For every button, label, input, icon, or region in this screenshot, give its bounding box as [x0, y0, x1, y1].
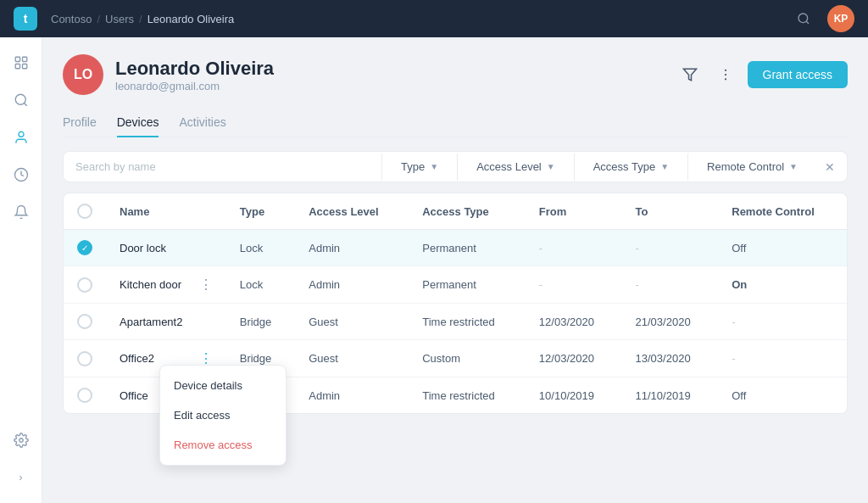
sidebar-item-alerts[interactable] [6, 197, 36, 227]
row-access-level: Admin [295, 230, 409, 266]
breadcrumb-current: Leonardo Oliveira [147, 13, 235, 25]
svg-rect-4 [15, 64, 19, 69]
remote-control-filter[interactable]: Remote Control ▼ [695, 152, 810, 182]
row-access-level: Admin [295, 377, 409, 414]
col-remote-control: Remote Control [718, 193, 847, 230]
breadcrumb-users[interactable]: Users [105, 13, 134, 25]
user-info: Leonardo Oliveira leonardo@gmail.com [115, 58, 274, 92]
row-access-level: Admin [295, 266, 409, 304]
type-filter[interactable]: Type ▼ [389, 152, 450, 182]
more-options-icon[interactable] [712, 61, 739, 88]
row-checkbox[interactable] [64, 304, 106, 340]
row-access-type: Custom [409, 340, 526, 377]
sidebar-item-dashboard[interactable] [6, 48, 36, 78]
row-select-checkbox[interactable] [77, 351, 92, 366]
row-checkbox[interactable] [64, 266, 106, 304]
sidebar-bottom: › [6, 425, 36, 493]
main-layout: › LO Leonardo Oliveira leonardo@gmail.co… [0, 37, 868, 503]
user-name: Leonardo Oliveira [115, 58, 274, 80]
svg-point-0 [798, 14, 808, 23]
row-from: - [526, 266, 622, 304]
row-remote-control: - [718, 304, 847, 340]
filter-divider-2 [457, 154, 458, 181]
sidebar-item-settings[interactable] [6, 425, 36, 455]
row-name: Door lock [106, 230, 226, 266]
sidebar-expand-button[interactable]: › [6, 462, 36, 493]
row-to: 21/03/2020 [622, 304, 719, 340]
filter-divider-4 [687, 154, 688, 181]
user-header: LO Leonardo Oliveira leonardo@gmail.com … [63, 54, 848, 95]
breadcrumb-contoso[interactable]: Contoso [51, 13, 92, 25]
context-menu-item-remove-access[interactable]: Remove access [160, 430, 286, 460]
svg-rect-2 [15, 57, 19, 61]
table-row: Apartament2 Bridge Guest Time restricted… [64, 304, 847, 340]
filter-divider-3 [574, 154, 575, 181]
col-name: Name [106, 193, 226, 230]
access-type-chevron-icon: ▼ [660, 162, 669, 171]
row-from: 10/10/2019 [526, 377, 622, 414]
select-all-checkbox[interactable] [77, 204, 92, 219]
svg-point-10 [19, 439, 23, 443]
row-access-type: Time restricted [409, 304, 526, 340]
breadcrumb: Contoso / Users / Leonardo Oliveira [51, 13, 234, 25]
tab-devices[interactable]: Devices [117, 109, 159, 137]
clear-filters-button[interactable]: ✕ [816, 154, 843, 181]
filter-divider-1 [381, 154, 382, 181]
row-access-level: Guest [295, 340, 409, 377]
row-access-type: Time restricted [409, 377, 526, 414]
sidebar-item-activity[interactable] [6, 159, 36, 190]
svg-marker-11 [683, 69, 696, 81]
svg-point-12 [724, 70, 726, 71]
row-from: 12/03/2020 [526, 340, 622, 377]
table-row: ✓ Door lock Lock Admin Permanent - - Off [64, 230, 847, 266]
col-to: To [622, 193, 719, 230]
sidebar: › [0, 37, 42, 503]
row-checkbox[interactable]: ✓ [64, 230, 106, 266]
logo: t [14, 7, 37, 31]
svg-line-7 [24, 103, 26, 105]
row-access-type: Permanent [409, 266, 526, 304]
search-input[interactable] [64, 152, 375, 182]
row-name: Kitchen door ⋮ [106, 266, 226, 304]
svg-line-1 [806, 21, 809, 24]
context-menu-item-edit-access[interactable]: Edit access [160, 400, 286, 430]
tab-profile[interactable]: Profile [63, 109, 97, 137]
svg-point-6 [15, 94, 25, 104]
row-checkbox[interactable] [64, 340, 106, 377]
row-to: - [622, 230, 719, 266]
topnav-actions: KP [790, 5, 854, 32]
svg-point-13 [724, 74, 726, 75]
tab-activities[interactable]: Activities [179, 109, 225, 137]
content-area: LO Leonardo Oliveira leonardo@gmail.com … [42, 37, 868, 503]
search-icon[interactable] [790, 5, 817, 32]
access-level-filter[interactable]: Access Level ▼ [465, 152, 567, 182]
row-from: - [526, 230, 622, 266]
context-menu-item-device-details[interactable]: Device details [160, 371, 286, 400]
tabs: Profile Devices Activities [63, 109, 848, 137]
sidebar-item-users[interactable] [6, 122, 36, 153]
row-type: Lock [226, 266, 296, 304]
row-select-checkbox[interactable]: ✓ [77, 240, 92, 255]
user-avatar-lo: LO [63, 54, 103, 95]
user-avatar[interactable]: KP [827, 5, 854, 32]
row-type: Bridge [226, 304, 296, 340]
top-navigation: t Contoso / Users / Leonardo Oliveira KP [0, 0, 868, 37]
remote-control-chevron-icon: ▼ [789, 162, 798, 171]
row-to: 11/10/2019 [622, 377, 719, 414]
row-select-checkbox[interactable] [77, 388, 92, 403]
col-access-type: Access Type [409, 193, 526, 230]
row-checkbox[interactable] [64, 377, 106, 414]
row-select-checkbox[interactable] [77, 277, 92, 293]
row-remote-control: Off [718, 377, 847, 414]
row-remote-control: - [718, 340, 847, 377]
row-select-checkbox[interactable] [77, 314, 92, 329]
row-remote-control: On [718, 266, 847, 304]
grant-access-button[interactable]: Grant access [748, 61, 848, 88]
filter-icon[interactable] [676, 61, 704, 88]
row-to: 13/03/2020 [622, 340, 719, 377]
sidebar-item-search[interactable] [6, 85, 36, 115]
row-more-icon[interactable]: ⋮ [199, 277, 213, 293]
svg-rect-3 [22, 57, 26, 61]
access-type-filter[interactable]: Access Type ▼ [581, 152, 681, 182]
type-chevron-icon: ▼ [430, 162, 438, 171]
